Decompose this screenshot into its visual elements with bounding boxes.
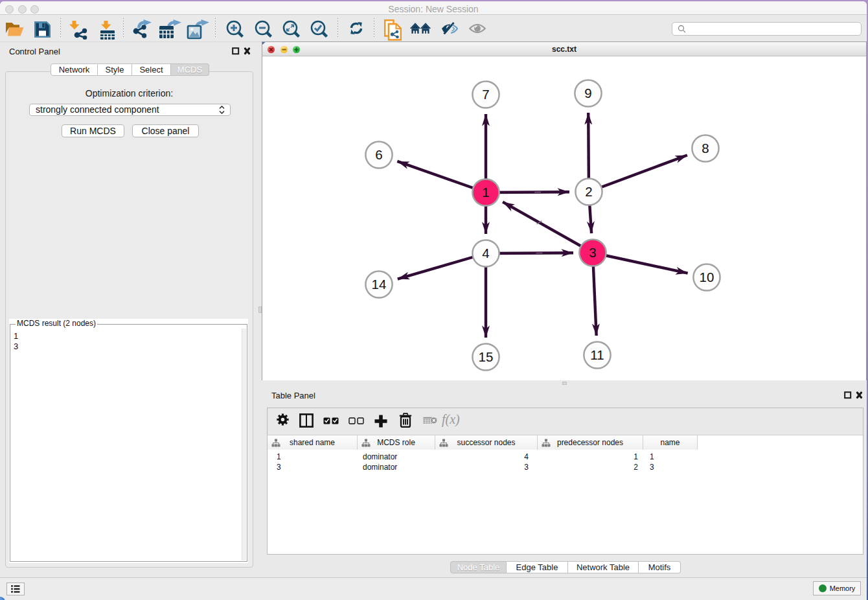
svg-text:11: 11 xyxy=(590,347,604,362)
svg-text:8: 8 xyxy=(702,141,709,156)
svg-text:1: 1 xyxy=(482,185,489,200)
svg-text:14: 14 xyxy=(372,277,387,292)
svg-text:3: 3 xyxy=(589,245,596,260)
svg-text:2: 2 xyxy=(585,184,592,199)
svg-text:6: 6 xyxy=(375,147,382,162)
svg-text:7: 7 xyxy=(482,87,489,102)
svg-text:15: 15 xyxy=(479,349,494,364)
svg-text:10: 10 xyxy=(700,270,714,284)
svg-text:9: 9 xyxy=(584,86,591,100)
svg-text:4: 4 xyxy=(482,246,489,260)
